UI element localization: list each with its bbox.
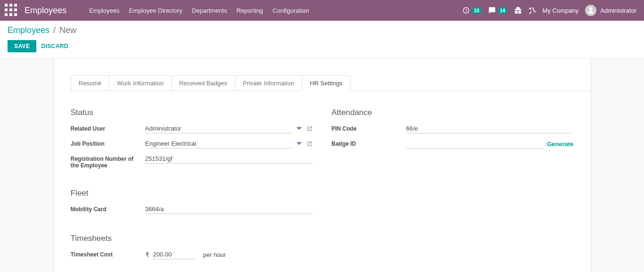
label-timesheet-cost: Timesheet Cost	[71, 250, 142, 258]
svg-rect-6	[5, 13, 8, 16]
company-switcher[interactable]: My Company	[543, 7, 579, 14]
tabs: Resumé Work Information Received Badges …	[71, 58, 591, 91]
main-scroll[interactable]: Resumé Work Information Received Badges …	[0, 58, 644, 272]
svg-rect-5	[14, 8, 17, 11]
label-registration-number: Registration Number of the Employee	[71, 154, 142, 169]
label-badge-id: Badge ID	[332, 139, 402, 147]
discard-button[interactable]: DISCARD	[41, 43, 68, 49]
svg-rect-4	[9, 8, 12, 11]
nav-departments[interactable]: Departments	[187, 0, 232, 21]
label-mobility-card: Mobility Card	[71, 205, 142, 213]
section-title-timesheets: Timesheets	[71, 234, 313, 243]
col-left: Status Related User Job Position	[71, 108, 313, 265]
external-link-icon[interactable]	[306, 125, 313, 132]
app-title[interactable]: Employees	[25, 6, 67, 16]
tab-resume[interactable]: Resumé	[71, 75, 109, 91]
action-buttons: SAVE DISCARD	[8, 40, 636, 52]
pin-code-field[interactable]	[406, 124, 574, 133]
svg-rect-1	[9, 4, 12, 7]
generate-badge-button[interactable]: Generate	[547, 140, 573, 148]
user-menu[interactable]: Administrator	[585, 5, 636, 16]
registration-number-field[interactable]	[145, 154, 313, 164]
avatar	[585, 5, 596, 16]
messages-badge: 14	[498, 8, 508, 14]
breadcrumb-current: New	[59, 25, 76, 35]
col-right: Attendance PIN Code Badge ID Generate	[332, 108, 574, 265]
timesheet-cost-field[interactable]	[153, 250, 196, 259]
clock-icon	[462, 7, 470, 14]
section-title-fleet: Fleet	[71, 189, 313, 198]
tab-hr-settings[interactable]: HR Settings	[302, 75, 351, 91]
breadcrumb-separator: /	[53, 25, 56, 35]
user-name-label: Administrator	[600, 7, 636, 14]
tab-work-information[interactable]: Work Information	[109, 75, 172, 91]
nav-employee-directory[interactable]: Employee Directory	[124, 0, 187, 21]
tab-private-information[interactable]: Private Information	[235, 75, 302, 91]
chat-icon	[488, 7, 496, 14]
control-panel: Employees / New SAVE DISCARD	[0, 21, 644, 58]
topbar: Employees Employees Employee Directory D…	[0, 0, 644, 21]
svg-rect-3	[5, 8, 8, 11]
tools-icon	[528, 7, 536, 14]
section-title-status: Status	[71, 108, 313, 117]
timesheet-cost-suffix: per hour	[203, 251, 226, 258]
apps-icon[interactable]	[4, 3, 19, 18]
gift-icon	[514, 7, 522, 14]
job-position-field[interactable]	[145, 139, 292, 148]
gift-button[interactable]	[514, 7, 522, 14]
mobility-card-field[interactable]	[145, 205, 313, 214]
svg-rect-0	[5, 4, 8, 7]
navmenu: Employees Employee Directory Departments…	[84, 0, 314, 21]
topbar-right: 10 14 My Company Administrator	[462, 5, 640, 16]
tab-pane-hr-settings: Status Related User Job Position	[54, 91, 591, 265]
external-link-icon[interactable]	[306, 140, 313, 147]
svg-rect-2	[14, 4, 17, 7]
debug-button[interactable]	[528, 7, 536, 14]
badge-id-field[interactable]	[406, 139, 544, 148]
activities-badge: 10	[472, 8, 482, 14]
nav-employees[interactable]: Employees	[84, 0, 124, 21]
related-user-field[interactable]	[145, 124, 292, 133]
svg-rect-8	[14, 13, 17, 16]
save-button[interactable]: SAVE	[8, 40, 36, 52]
svg-rect-7	[9, 13, 12, 16]
messages-button[interactable]: 14	[488, 7, 508, 14]
breadcrumb-root[interactable]: Employees	[8, 25, 50, 35]
section-title-attendance: Attendance	[332, 108, 574, 117]
label-related-user: Related User	[71, 124, 142, 132]
label-pin-code: PIN Code	[332, 124, 402, 132]
nav-reporting[interactable]: Reporting	[232, 0, 268, 21]
form-sheet: Resumé Work Information Received Badges …	[53, 58, 591, 272]
user-icon	[587, 7, 594, 14]
activities-button[interactable]: 10	[462, 7, 482, 14]
tab-received-badges[interactable]: Received Badges	[171, 75, 235, 91]
currency-symbol: ₹	[145, 251, 149, 258]
breadcrumb: Employees / New	[8, 25, 636, 35]
chevron-down-icon[interactable]	[296, 140, 302, 147]
label-job-position: Job Position	[71, 139, 142, 147]
chevron-down-icon[interactable]	[296, 125, 302, 132]
nav-configuration[interactable]: Configuration	[268, 0, 314, 21]
